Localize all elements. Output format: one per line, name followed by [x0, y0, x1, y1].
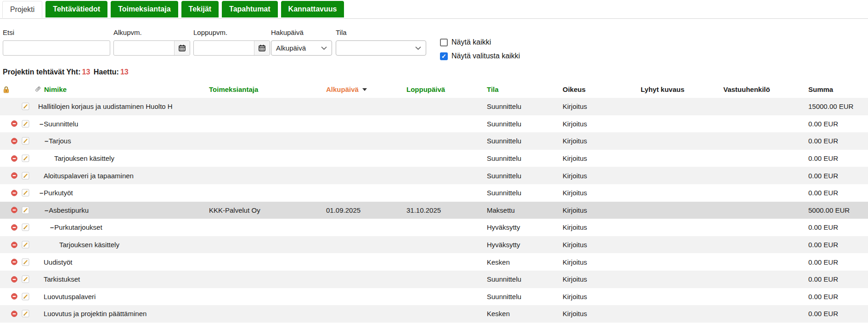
- status-cell: Hyväksytty: [485, 241, 560, 249]
- start-date-label: Alkupvm.: [113, 28, 190, 38]
- status-cell: Suunnittelu: [485, 102, 560, 110]
- lock-icon: [3, 86, 10, 93]
- permission-cell: Kirjoitus: [560, 206, 638, 214]
- sort-desc-arrow[interactable]: [362, 88, 367, 91]
- tabbar-divider: [0, 18, 868, 19]
- permission-cell: Kirjoitus: [560, 241, 638, 249]
- edit-pencil-icon[interactable]: [22, 189, 29, 197]
- table-row[interactable]: Tarjouksen käsittely Hyväksytty Kirjoitu…: [0, 236, 868, 254]
- delete-icon[interactable]: [11, 138, 17, 144]
- sum-cell: 0.00 EUR: [806, 172, 868, 180]
- calendar-icon[interactable]: [254, 41, 270, 55]
- edit-pencil-icon[interactable]: [22, 310, 29, 317]
- permission-cell: Kirjoitus: [560, 102, 638, 110]
- status-cell: Suunnittelu: [485, 172, 560, 180]
- collapse-indicator[interactable]: –: [39, 120, 43, 128]
- search-input[interactable]: [3, 41, 110, 55]
- chevron-down-icon: [415, 46, 421, 50]
- delete-icon[interactable]: [11, 190, 17, 196]
- table-row[interactable]: Uudistyöt Kesken Kirjoitus 0.00 EUR: [0, 253, 868, 271]
- delete-icon[interactable]: [11, 207, 17, 213]
- delete-icon[interactable]: [11, 172, 17, 179]
- tab-tekijat[interactable]: Tekijät: [181, 1, 219, 17]
- edit-pencil-icon[interactable]: [22, 241, 29, 249]
- search-date-select[interactable]: Alkupäivä: [271, 40, 332, 56]
- show-all-of-selection-checkbox[interactable]: ✓: [440, 52, 448, 60]
- column-header-nimike[interactable]: Nimike: [44, 85, 67, 93]
- sum-cell: 0.00 EUR: [806, 275, 868, 283]
- table-row[interactable]: –Asbestipurku KKK-Palvelut Oy 01.09.2025…: [0, 202, 868, 219]
- table-row[interactable]: Aloituspalaveri ja tapaaminen Suunnittel…: [0, 167, 868, 184]
- table-row[interactable]: Tarjouksen käsittely Suunnittelu Kirjoit…: [0, 150, 868, 167]
- column-header-vastuuhenkilo[interactable]: Vastuuhenkilö: [723, 85, 770, 93]
- delete-icon[interactable]: [11, 276, 17, 283]
- delete-icon[interactable]: [11, 155, 17, 162]
- delete-icon[interactable]: [11, 259, 17, 265]
- tab-tehtavatiedot[interactable]: Tehtävätiedot: [45, 1, 107, 17]
- column-header-alkupaiva[interactable]: Alkupäivä: [326, 85, 359, 93]
- edit-pencil-icon[interactable]: [22, 154, 29, 162]
- edit-pencil-icon[interactable]: [22, 137, 29, 145]
- delete-icon[interactable]: [11, 224, 17, 231]
- collapse-indicator[interactable]: –: [45, 137, 48, 145]
- tab-projekti[interactable]: Projekti: [2, 1, 42, 18]
- sum-cell: 0.00 EUR: [806, 120, 868, 128]
- show-all-checkbox-row[interactable]: Näytä kaikki: [440, 38, 520, 47]
- edit-pencil-icon[interactable]: [22, 293, 29, 300]
- edit-pencil-icon[interactable]: [22, 102, 29, 110]
- status-filter-select[interactable]: [336, 40, 426, 56]
- tab-toimeksiantaja[interactable]: Toimeksiantaja: [111, 1, 178, 17]
- paperclip-icon: [34, 86, 41, 93]
- sum-cell: 0.00 EUR: [806, 223, 868, 231]
- permission-cell: Kirjoitus: [560, 154, 638, 162]
- table-row[interactable]: Tarkistukset Suunnittelu Kirjoitus 0.00 …: [0, 271, 868, 288]
- collapse-indicator[interactable]: –: [50, 223, 54, 231]
- edit-pencil-icon[interactable]: [22, 120, 29, 128]
- show-all-label: Näytä kaikki: [451, 38, 491, 46]
- column-header-lyhyt-kuvaus[interactable]: Lyhyt kuvaus: [641, 85, 684, 93]
- column-header-summa[interactable]: Summa: [808, 85, 833, 93]
- sum-cell: 0.00 EUR: [806, 154, 868, 162]
- column-header-tila[interactable]: Tila: [487, 85, 499, 93]
- table-row[interactable]: Luovutuspalaveri Suunnittelu Kirjoitus 0…: [0, 288, 868, 306]
- start-date-input[interactable]: [114, 41, 174, 55]
- table-body: Hallitilojen korjaus ja uudistaminen Huo…: [0, 98, 868, 323]
- delete-icon[interactable]: [11, 293, 17, 300]
- permission-cell: Kirjoitus: [560, 189, 638, 197]
- calendar-icon[interactable]: [174, 41, 190, 55]
- table-row[interactable]: Hallitilojen korjaus ja uudistaminen Huo…: [0, 98, 868, 115]
- table-row[interactable]: –Purkutyöt Suunnittelu Kirjoitus 0.00 EU…: [0, 184, 868, 202]
- show-all-checkbox[interactable]: [440, 39, 448, 46]
- end-date-input[interactable]: [194, 41, 254, 55]
- column-header-toimeksiantaja[interactable]: Toimeksiantaja: [209, 85, 258, 93]
- task-table: Nimike Toimeksiantaja Alkupäivä Loppupäi…: [0, 81, 868, 323]
- status-cell: Suunnittelu: [485, 275, 560, 283]
- edit-pencil-icon[interactable]: [22, 223, 29, 231]
- tab-kannattavuus[interactable]: Kannattavuus: [281, 1, 344, 17]
- column-header-loppupaiva[interactable]: Loppupäivä: [406, 85, 445, 93]
- tab-tapahtumat[interactable]: Tapahtumat: [222, 1, 277, 17]
- table-row[interactable]: –Purkutarjoukset Hyväksytty Kirjoitus 0.…: [0, 219, 868, 236]
- app-window: Projekti Tehtävätiedot Toimeksiantaja Te…: [0, 0, 868, 323]
- delete-icon[interactable]: [11, 311, 17, 317]
- delete-icon[interactable]: [11, 242, 17, 248]
- show-all-of-selection-checkbox-row[interactable]: ✓ Näytä valitusta kaikki: [440, 51, 520, 61]
- edit-pencil-icon[interactable]: [22, 275, 29, 283]
- edit-pencil-icon[interactable]: [22, 206, 29, 214]
- sum-cell: 5000.00 EUR: [806, 206, 868, 214]
- delete-icon[interactable]: [11, 120, 17, 127]
- column-header-oikeus[interactable]: Oikeus: [563, 85, 586, 93]
- table-row[interactable]: Luovutus ja projektin päättäminen Kesken…: [0, 305, 868, 323]
- filter-bar: Etsi Alkupvm.: [0, 28, 868, 65]
- status-cell: Kesken: [485, 310, 560, 317]
- permission-cell: Kirjoitus: [560, 223, 638, 231]
- edit-pencil-icon[interactable]: [22, 172, 29, 180]
- sum-cell: 0.00 EUR: [806, 310, 868, 317]
- sum-cell: 0.00 EUR: [806, 258, 868, 266]
- table-row[interactable]: –Suunnittelu Suunnittelu Kirjoitus 0.00 …: [0, 115, 868, 133]
- collapse-indicator[interactable]: –: [39, 189, 43, 197]
- status-cell: Suunnittelu: [485, 293, 560, 300]
- collapse-indicator[interactable]: –: [45, 206, 48, 214]
- edit-pencil-icon[interactable]: [22, 258, 29, 266]
- table-row[interactable]: –Tarjous Suunnittelu Kirjoitus 0.00 EUR: [0, 132, 868, 150]
